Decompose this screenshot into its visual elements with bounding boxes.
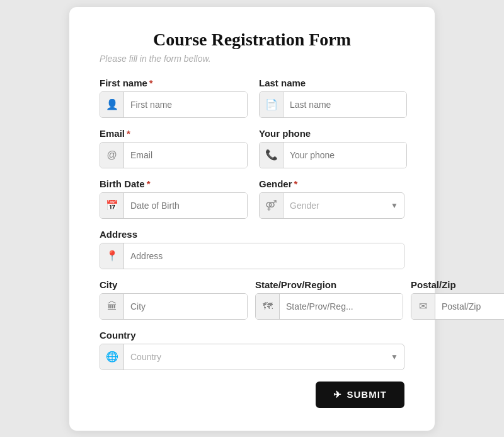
first-name-input[interactable] [124,92,247,117]
input-wrapper-phone: 📞 [259,142,407,168]
at-icon: @ [100,143,124,168]
group-phone: Your phone 📞 [259,128,407,168]
label-birth-date: Birth Date* [100,178,248,189]
gender-icon: ⚤ [260,193,284,218]
row-city-state-zip: City 🏛 State/Prov/Region 🗺 Postal/Zip ✉ [100,279,404,320]
label-last-name: Last name [259,78,407,88]
form-subtitle: Please fill in the form bellow. [100,54,404,64]
group-email: Email* @ [100,128,248,168]
group-country: Country 🌐 Country United States United K… [100,330,404,370]
birth-date-input[interactable] [124,193,247,218]
group-state: State/Prov/Region 🗺 [255,279,403,320]
input-wrapper-email: @ [100,142,248,168]
submit-label: SUBMIT [347,389,387,400]
input-wrapper-gender: ⚤ Gender Male Female Other ▼ [259,192,404,219]
input-wrapper-first-name: 👤 [100,91,248,118]
input-wrapper-country: 🌐 Country United States United Kingdom C… [100,344,404,370]
mail-icon: ✉ [411,294,435,319]
calendar-icon: 📅 [100,193,124,218]
label-city: City [100,279,248,290]
building-icon: 🏛 [100,294,124,319]
city-input[interactable] [124,294,247,319]
phone-input[interactable] [284,143,406,168]
id-icon: 📄 [260,92,284,117]
person-icon: 👤 [100,92,124,117]
row-address: Address 📍 [100,229,404,269]
label-phone: Your phone [259,128,407,139]
group-city: City 🏛 [100,279,248,320]
globe-icon: 🌐 [100,344,124,370]
group-gender: Gender* ⚤ Gender Male Female Other ▼ [259,178,404,219]
input-wrapper-birth-date: 📅 [100,192,248,219]
group-last-name: Last name 📄 [259,78,407,118]
submit-button[interactable]: ✈ SUBMIT [316,382,405,408]
label-state: State/Prov/Region [255,279,403,290]
label-email: Email* [100,128,248,139]
country-select[interactable]: Country United States United Kingdom Can… [124,344,385,370]
submit-row: ✈ SUBMIT [100,382,404,408]
location-icon: 📍 [100,243,124,269]
registration-card: Course Registration Form Please fill in … [69,7,435,431]
label-country: Country [100,330,404,341]
group-first-name: First name* 👤 [100,78,248,118]
label-gender: Gender* [259,178,404,189]
row-birth-gender: Birth Date* 📅 Gender* ⚤ Gender Male Fema… [100,178,404,219]
label-first-name: First name* [100,78,248,88]
email-input[interactable] [124,143,247,168]
input-wrapper-address: 📍 [100,243,404,269]
label-address: Address [100,229,404,240]
map-icon: 🗺 [256,294,280,319]
row-country: Country 🌐 Country United States United K… [100,330,404,370]
row-contact: Email* @ Your phone 📞 [100,128,404,168]
form-title: Course Registration Form [100,30,404,50]
postal-input[interactable] [435,294,504,319]
state-input[interactable] [280,294,403,319]
last-name-input[interactable] [284,92,406,117]
chevron-down-icon: ▼ [385,353,404,361]
send-icon: ✈ [333,389,342,400]
input-wrapper-state: 🗺 [255,293,403,320]
gender-select[interactable]: Gender Male Female Other [284,193,385,218]
group-birth-date: Birth Date* 📅 [100,178,248,219]
row-name: First name* 👤 Last name 📄 [100,78,404,118]
group-address: Address 📍 [100,229,404,269]
phone-icon: 📞 [260,143,284,168]
label-postal: Postal/Zip [411,279,504,290]
address-input[interactable] [124,243,404,269]
input-wrapper-city: 🏛 [100,293,248,320]
chevron-down-icon: ▼ [385,201,404,210]
group-postal: Postal/Zip ✉ [411,279,504,320]
input-wrapper-last-name: 📄 [259,91,407,118]
input-wrapper-postal: ✉ [411,293,504,320]
